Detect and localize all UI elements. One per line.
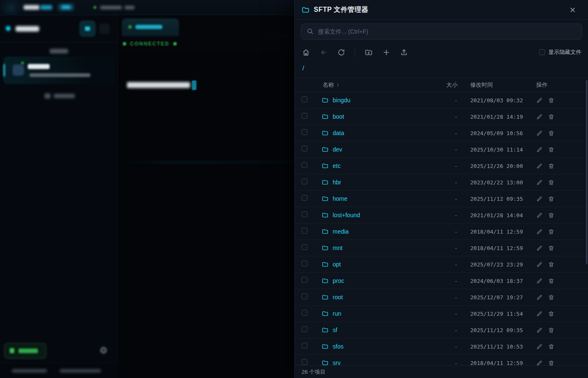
settings-gear-icon[interactable]: ⚙ [98,345,109,356]
file-name-link[interactable]: etc [333,162,341,169]
edit-icon[interactable] [536,179,543,186]
table-row[interactable]: sfos - 2025/11/12 10:53 [295,338,588,355]
terminal-tab[interactable] [122,19,179,36]
file-name-link[interactable]: srv [333,359,341,365]
table-row[interactable]: hbr - 2023/02/22 13:00 [295,174,588,191]
file-name-link[interactable]: boot [333,113,344,120]
table-row[interactable]: opt - 2025/07/23 23:29 [295,256,588,273]
edit-icon[interactable] [536,360,543,366]
file-name-link[interactable]: proc [333,277,344,284]
table-row[interactable]: mnt - 2018/04/11 12:59 [295,240,588,256]
column-size[interactable]: 大小 [437,81,458,89]
edit-icon[interactable] [536,146,543,153]
edit-icon[interactable] [536,163,543,169]
delete-icon[interactable] [548,163,554,169]
file-name-link[interactable]: mnt [333,245,342,251]
file-name-link[interactable]: bingdu [333,97,350,104]
row-checkbox[interactable] [302,293,307,299]
row-checkbox[interactable] [302,244,307,250]
delete-icon[interactable] [548,311,554,317]
edit-icon[interactable] [536,196,543,202]
row-checkbox[interactable] [302,310,307,316]
table-row[interactable]: root - 2025/12/07 19:27 [295,289,588,306]
table-row[interactable]: etc - 2025/12/26 20:00 [295,158,588,174]
delete-icon[interactable] [548,278,554,284]
sidebar-action-row[interactable] [0,91,118,100]
file-name-link[interactable]: hbr [333,179,341,186]
breadcrumb-path[interactable]: / [302,64,304,72]
delete-icon[interactable] [548,343,554,350]
table-row[interactable]: bingdu - 2021/08/03 09:32 [295,92,588,109]
edit-icon[interactable] [536,261,543,268]
table-row[interactable]: boot - 2021/01/28 14:19 [295,109,588,125]
close-icon[interactable] [567,4,578,15]
file-name-link[interactable]: lost+found [333,212,360,218]
file-name-link[interactable]: sf [333,327,337,333]
table-row[interactable]: run - 2025/12/29 11:54 [295,306,588,322]
edit-icon[interactable] [536,245,543,251]
add-icon[interactable] [382,48,390,56]
connection-card-selected[interactable] [3,57,114,84]
edit-icon[interactable] [536,278,543,284]
sidebar-more-button[interactable] [99,24,110,34]
file-name-link[interactable]: root [333,294,343,301]
home-icon[interactable] [302,48,310,56]
row-checkbox[interactable] [302,178,307,184]
edit-icon[interactable] [536,212,543,218]
row-checkbox[interactable] [302,96,307,102]
row-checkbox[interactable] [302,211,307,217]
file-name-link[interactable]: opt [333,261,341,268]
file-name-link[interactable]: run [333,310,341,317]
file-name-link[interactable]: dev [333,146,342,153]
row-checkbox[interactable] [302,146,307,152]
edit-icon[interactable] [536,343,543,350]
upload-icon[interactable] [400,48,408,56]
column-mtime[interactable]: 修改时间 [458,81,531,89]
new-folder-icon[interactable] [364,48,373,56]
row-checkbox[interactable] [302,261,307,266]
table-row[interactable]: data - 2024/05/09 10:56 [295,125,588,141]
edit-icon[interactable] [536,114,543,120]
delete-icon[interactable] [548,179,554,186]
delete-icon[interactable] [548,130,554,136]
row-checkbox[interactable] [302,113,307,119]
row-checkbox[interactable] [302,129,307,135]
file-name-link[interactable]: sfos [333,343,344,350]
delete-icon[interactable] [548,294,554,301]
table-row[interactable]: media - 2018/04/11 12:59 [295,224,588,240]
search-input[interactable] [301,24,582,40]
terminal-screen[interactable] [118,54,294,378]
edit-icon[interactable] [536,229,543,235]
row-checkbox[interactable] [302,162,307,168]
edit-icon[interactable] [536,311,543,317]
scrollbar[interactable] [586,80,588,264]
table-row[interactable]: lost+found - 2021/01/28 14:04 [295,207,588,224]
row-checkbox[interactable] [302,326,307,332]
edit-icon[interactable] [536,97,543,104]
file-name-link[interactable]: data [333,130,344,136]
edit-icon[interactable] [536,130,543,136]
delete-icon[interactable] [548,212,554,218]
row-checkbox[interactable] [302,359,307,365]
delete-icon[interactable] [548,229,554,235]
delete-icon[interactable] [548,97,554,104]
row-checkbox[interactable] [302,277,307,283]
delete-icon[interactable] [548,114,554,120]
table-row[interactable]: sf - 2025/11/12 09:35 [295,322,588,338]
delete-icon[interactable] [548,261,554,268]
new-session-button[interactable] [79,21,95,37]
row-checkbox[interactable] [302,195,307,201]
connect-button[interactable] [4,343,46,359]
delete-icon[interactable] [548,360,554,366]
edit-icon[interactable] [536,327,543,333]
delete-icon[interactable] [548,146,554,153]
row-checkbox[interactable] [302,343,307,349]
table-row[interactable]: dev - 2025/10/30 11:14 [295,141,588,158]
refresh-icon[interactable] [337,48,345,56]
show-hidden-toggle[interactable]: 显示隐藏文件 [539,48,581,56]
file-name-link[interactable]: home [333,195,347,202]
file-name-link[interactable]: media [333,228,349,235]
table-row[interactable]: srv - 2018/04/11 12:59 [295,355,588,365]
delete-icon[interactable] [548,196,554,202]
column-name[interactable]: 名称↑ [318,81,437,89]
